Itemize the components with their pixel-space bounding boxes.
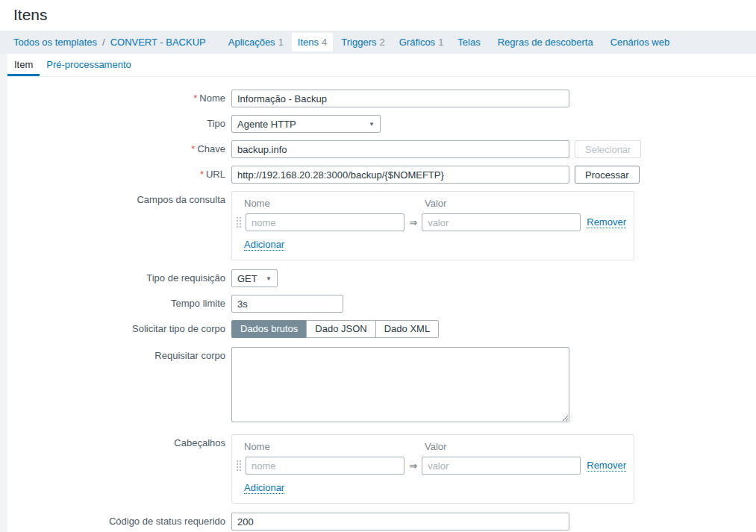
nav-link[interactable]: Itens — [298, 37, 319, 48]
request-body-textarea[interactable] — [231, 347, 569, 422]
request-type-value: GET — [237, 273, 257, 284]
nav-item-regras-descoberta[interactable]: Regras de descoberta — [492, 33, 602, 51]
required-asterisk: * — [200, 169, 204, 180]
row-tempo-limite: Tempo limite — [7, 295, 756, 313]
query-name-input[interactable] — [246, 213, 404, 231]
query-field-row: ⇒ Remover — [236, 213, 626, 231]
processar-button[interactable]: Processar — [575, 166, 640, 184]
chave-label-text: Chave — [197, 143, 225, 154]
required-asterisk: * — [191, 143, 195, 154]
nav-item-triggers[interactable]: Triggers2 — [335, 33, 390, 51]
row-tipo: Tipo Agente HTTP ▼ — [7, 115, 756, 133]
tempo-limite-label: Tempo limite — [7, 295, 231, 309]
campos-consulta-label: Campos da consulta — [7, 191, 231, 205]
body-type-option-raw[interactable]: Dados brutos — [231, 320, 307, 338]
nome-label: *Nome — [7, 90, 231, 104]
headers-box: Nome Valor ⇒ Remover Adicionar — [231, 434, 634, 504]
tab-pre-processamento[interactable]: Pré-processamento — [40, 54, 137, 76]
item-form-widget: Item Pré-processamento *Nome Tipo Agente… — [7, 54, 756, 532]
nome-input[interactable] — [231, 90, 569, 107]
url-label: *URL — [7, 166, 231, 180]
chave-label: *Chave — [7, 140, 231, 154]
column-header-nome: Nome — [244, 198, 425, 209]
tipo-requisicao-label: Tipo de requisição — [7, 269, 231, 284]
nav-count: 1 — [278, 37, 284, 48]
chevron-down-icon: ▼ — [266, 275, 272, 282]
nav-count: 2 — [379, 37, 384, 48]
body-type-option-json[interactable]: Dado JSON — [306, 320, 375, 338]
selecionar-button[interactable]: Selecionar — [575, 140, 641, 158]
column-header-nome: Nome — [244, 441, 425, 452]
url-label-text: URL — [206, 169, 225, 180]
content-area: Item Pré-processamento *Nome Tipo Agente… — [0, 54, 756, 532]
row-campos-consulta: Campos da consulta Nome Valor ⇒ Remover … — [7, 191, 756, 260]
nav-link[interactable]: Telas — [457, 37, 480, 48]
tab-item[interactable]: Item — [7, 54, 40, 76]
tipo-corpo-label: Solicitar tipo de corpo — [7, 320, 231, 334]
required-asterisk: * — [193, 93, 197, 104]
page-header: Itens — [0, 0, 756, 31]
row-tipo-corpo: Solicitar tipo de corpo Dados brutos Dad… — [7, 320, 756, 338]
drag-handle-icon[interactable] — [236, 460, 242, 472]
body-type-option-xml[interactable]: Dado XML — [375, 320, 439, 338]
nav-item-cenarios-web[interactable]: Cenários web — [605, 33, 679, 51]
column-header-valor: Valor — [425, 441, 446, 452]
nav-count: 1 — [438, 37, 443, 48]
nome-label-text: Nome — [199, 93, 225, 104]
adicionar-link[interactable]: Adicionar — [244, 239, 284, 251]
maps-to-arrow-icon: ⇒ — [404, 217, 422, 228]
row-chave: *Chave Selecionar — [7, 140, 756, 158]
row-url: *URL Processar — [7, 166, 756, 184]
adicionar-link[interactable]: Adicionar — [244, 482, 284, 494]
row-tipo-requisicao: Tipo de requisição GET ▼ — [7, 269, 756, 287]
body-type-segmented-control: Dados brutos Dado JSON Dado XML — [231, 320, 439, 338]
nav-link[interactable]: Triggers — [341, 37, 376, 48]
headers-headers: Nome Valor — [244, 441, 626, 452]
nav-item-aplicacoes[interactable]: Aplicações1 — [222, 33, 290, 51]
row-codigo-status: Código de status requerido — [7, 513, 756, 531]
row-nome: *Nome — [7, 90, 756, 107]
nav-link[interactable]: Gráficos — [399, 37, 435, 48]
chave-input[interactable] — [231, 140, 569, 158]
tipo-select[interactable]: Agente HTTP ▼ — [231, 115, 381, 133]
form-tabs: Item Pré-processamento — [7, 54, 756, 77]
row-requisitar-corpo: Requisitar corpo — [7, 347, 756, 422]
remover-link[interactable]: Remover — [587, 216, 626, 228]
column-header-valor: Valor — [425, 198, 446, 209]
row-cabecalhos: Cabeçalhos Nome Valor ⇒ Remover Adiciona… — [7, 434, 756, 504]
query-fields-box: Nome Valor ⇒ Remover Adicionar — [231, 191, 634, 260]
query-fields-headers: Nome Valor — [244, 198, 626, 209]
cabecalhos-label: Cabeçalhos — [7, 434, 231, 448]
drag-handle-icon[interactable] — [236, 216, 242, 228]
chevron-down-icon: ▼ — [369, 121, 375, 128]
tipo-select-value: Agente HTTP — [237, 119, 296, 130]
nav-link[interactable]: Regras de descoberta — [498, 37, 593, 48]
codigo-status-label: Código de status requerido — [7, 513, 231, 527]
nav-item-itens[interactable]: Itens4 — [292, 33, 333, 51]
breadcrumb-link-templates[interactable]: Todos os templates — [13, 37, 97, 48]
url-input[interactable] — [231, 166, 569, 184]
item-form: *Nome Tipo Agente HTTP ▼ *Chave Selecion… — [7, 77, 756, 531]
header-name-input[interactable] — [246, 457, 404, 475]
maps-to-arrow-icon: ⇒ — [404, 460, 422, 472]
remover-link[interactable]: Remover — [587, 460, 626, 472]
breadcrumb-link-template[interactable]: CONVERT - BACKUP — [110, 37, 206, 48]
request-type-select[interactable]: GET ▼ — [231, 269, 278, 287]
nav-item-graficos[interactable]: Gráficos1 — [393, 33, 450, 51]
nav-link[interactable]: Aplicações — [228, 37, 275, 48]
page-title: Itens — [13, 6, 743, 24]
breadcrumb-separator: / — [102, 37, 105, 48]
nav-link[interactable]: Cenários web — [610, 37, 670, 48]
status-code-input[interactable] — [231, 513, 569, 531]
nav-item-telas[interactable]: Telas — [452, 33, 489, 51]
header-row: ⇒ Remover — [236, 457, 626, 475]
timeout-input[interactable] — [231, 295, 343, 313]
nav-count: 4 — [322, 37, 327, 48]
requisitar-corpo-label: Requisitar corpo — [7, 347, 231, 361]
template-nav: Aplicações1 Itens4 Triggers2 Gráficos1 T… — [222, 33, 681, 51]
header-value-input[interactable] — [422, 457, 581, 475]
breadcrumb: Todos os templates / CONVERT - BACKUP Ap… — [0, 31, 756, 54]
tipo-label: Tipo — [7, 115, 231, 129]
query-value-input[interactable] — [422, 213, 581, 231]
